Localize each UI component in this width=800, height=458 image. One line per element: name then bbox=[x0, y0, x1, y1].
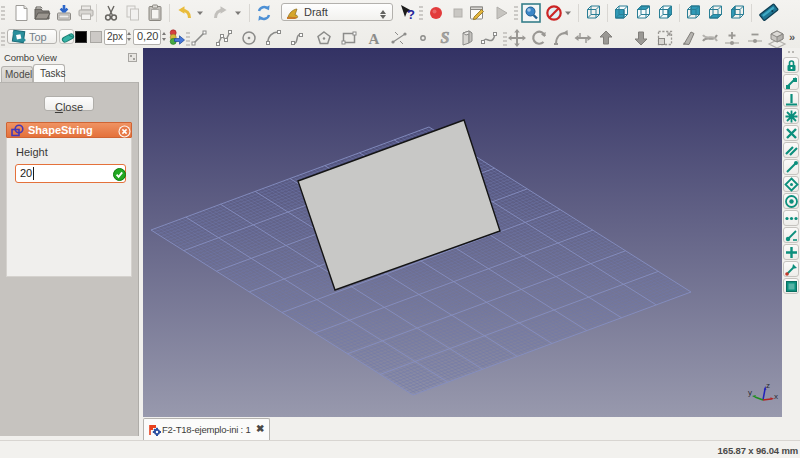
svg-text:x: x bbox=[774, 392, 778, 401]
svg-text:y: y bbox=[748, 388, 752, 397]
svg-text:?: ? bbox=[407, 7, 415, 22]
svg-text:A: A bbox=[369, 31, 380, 47]
svg-text:S: S bbox=[441, 29, 450, 46]
svg-text:z: z bbox=[766, 381, 770, 390]
